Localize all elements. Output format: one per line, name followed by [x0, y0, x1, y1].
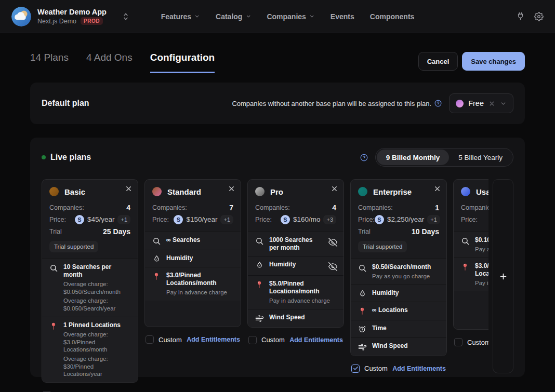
live-plans-panel: Live plans 9 Billed Monthly 5 Billed Yea… — [30, 138, 525, 377]
chevron-down-icon — [309, 13, 315, 19]
trial-value: 10 Days — [412, 227, 439, 236]
default-plan-select[interactable]: Free — [449, 93, 513, 113]
entitlement-row[interactable]: Humidity — [248, 256, 343, 275]
plans-scroll-area[interactable]: Basic Companies: 4 Price: S $45/year +1 — [42, 179, 488, 392]
close-icon[interactable] — [433, 185, 441, 193]
entitlement-row[interactable]: 10 Searches per month Overage charge: $0… — [42, 259, 138, 317]
entitlement-title: ∞ Searches — [166, 236, 234, 244]
pin-icon — [48, 321, 59, 378]
entitlement-title: 1 Pinned Locations — [63, 321, 131, 329]
chevron-down-icon — [194, 13, 200, 19]
nav-item-events[interactable]: Events — [331, 12, 354, 21]
entitlement-row[interactable]: ∞ Locations — [351, 302, 446, 320]
app-brand: Weather Demo App Next.js Demo PROD — [11, 7, 129, 26]
plug-icon[interactable] — [516, 12, 525, 21]
gear-icon[interactable] — [534, 12, 544, 21]
companies-value: 4 — [126, 204, 130, 212]
environment-badge: PROD — [81, 17, 103, 25]
entitlement-row[interactable]: $3.0/Pinned Locations/month Pay in advan… — [454, 258, 488, 291]
save-changes-button[interactable]: Save changes — [462, 52, 525, 71]
default-plan-title: Default plan — [42, 99, 89, 108]
close-icon[interactable] — [125, 185, 133, 193]
entitlement-row[interactable]: Humidity — [145, 250, 241, 267]
nav-item-features[interactable]: Features — [161, 12, 200, 21]
stripe-icon: S — [75, 215, 84, 224]
add-entitlements-link[interactable]: Add Entitlements — [392, 365, 446, 372]
entitlement-title: $3.0/Pinned Locations/month — [166, 272, 234, 287]
top-bar: Weather Demo App Next.js Demo PROD Featu… — [0, 0, 555, 33]
billed-yearly-segment[interactable]: 5 Billed Yearly — [449, 150, 512, 165]
add-plan-button[interactable] — [493, 179, 513, 373]
wind-icon — [357, 342, 367, 352]
entitlement-detail: Overage charge: $0.050/Search/year — [63, 297, 131, 312]
nav-item-catalog[interactable]: Catalog — [216, 12, 251, 21]
entitlement-detail: Pay in advance charge — [475, 279, 488, 287]
config-tabs: 14 Plans 4 Add Ons Configuration — [30, 52, 215, 73]
entitlement-row[interactable]: ∞ Searches — [145, 232, 241, 250]
pin-icon — [254, 280, 265, 305]
entitlement-row[interactable]: Wind Speed — [351, 337, 446, 356]
plan-color-dot — [255, 187, 265, 196]
question-circle-icon[interactable] — [434, 100, 442, 107]
entitlement-title: $3.0/Pinned Locations/month — [475, 262, 488, 278]
entitlement-row[interactable]: $5.0/Pinned Locations/month Pay in advan… — [248, 275, 343, 309]
tab-plans[interactable]: 14 Plans — [30, 52, 69, 73]
custom-checkbox[interactable] — [351, 364, 360, 373]
custom-label: Custom — [467, 339, 488, 346]
close-icon[interactable] — [228, 185, 235, 193]
companies-value: 1 — [435, 204, 439, 212]
plan-card-standard: Standard Companies: 7 Price: S $150/year… — [144, 179, 241, 327]
nav-item-companies[interactable]: Companies — [267, 12, 314, 21]
entitlement-detail: Pay in advance charge — [269, 297, 337, 305]
app-switcher-icon[interactable] — [122, 12, 129, 21]
clock-icon — [357, 325, 367, 333]
nav-item-components[interactable]: Components — [370, 12, 415, 21]
close-icon[interactable] — [331, 185, 338, 193]
price-row: Price: S — [461, 213, 488, 225]
app-subtitle: Next.js Demo — [37, 18, 76, 25]
add-entitlements-link[interactable]: Add Entitlements — [187, 336, 240, 343]
entitlement-detail: Overage charge: $30/Pinned Locations/yea… — [63, 355, 131, 378]
pin-icon — [151, 272, 162, 296]
billing-toggle: 9 Billed Monthly 5 Billed Yearly — [375, 148, 513, 167]
companies-label: Companies: — [152, 204, 187, 211]
plan-name: Standard — [167, 187, 201, 196]
humidity-icon — [254, 261, 265, 271]
entitlement-row[interactable]: Time — [351, 320, 446, 337]
plan-name: Enterprise — [373, 187, 412, 196]
nav-label: Components — [370, 12, 415, 21]
pin-icon — [357, 306, 367, 316]
tab-add-ons[interactable]: 4 Add Ons — [86, 52, 133, 73]
price-row: Price: S $2,250/year +1 — [358, 213, 439, 225]
entitlement-title: Humidity — [372, 289, 440, 297]
entitlement-row[interactable]: Wind Speed — [248, 309, 343, 327]
price-value: $150/year — [186, 215, 217, 223]
plan-column-pro: Pro Companies: 4 Price: S $160/mo +3 — [247, 179, 344, 392]
entitlement-row[interactable]: Humidity — [351, 285, 446, 302]
entitlement-row[interactable]: $0.10/Search Pay as you go charge — [454, 232, 488, 258]
billed-monthly-segment[interactable]: 9 Billed Monthly — [377, 150, 450, 165]
entitlement-row[interactable]: 1000 Searches per month — [248, 232, 343, 256]
entitlement-row[interactable]: $3.0/Pinned Locations/month Pay in advan… — [145, 267, 241, 301]
question-circle-icon[interactable] — [360, 154, 368, 161]
add-entitlements-link[interactable]: Add Entitlements — [289, 336, 343, 344]
entitlement-row[interactable]: 1 Pinned Locations Overage charge: $3.0/… — [42, 317, 138, 382]
plan-color-dot — [461, 187, 470, 196]
plan-column-standard: Standard Companies: 7 Price: S $150/year… — [144, 179, 241, 392]
entitlement-title: $5.0/Pinned Locations/month — [269, 280, 337, 295]
price-label: Price: — [255, 216, 272, 223]
tab-configuration[interactable]: Configuration — [150, 52, 215, 73]
custom-label: Custom — [261, 336, 285, 344]
custom-checkbox[interactable] — [146, 335, 154, 344]
companies-row: Companies: 4 — [255, 201, 336, 213]
custom-checkbox[interactable] — [454, 338, 462, 346]
price-value: $2,250/year — [387, 215, 424, 223]
custom-checkbox[interactable] — [248, 336, 257, 344]
entitlement-row[interactable]: $0.50/Search/month Pay as you go charge — [351, 259, 446, 285]
plan-card-usage: Usage Companies: Price: S — [453, 179, 488, 330]
plan-column-basic: Basic Companies: 4 Price: S $45/year +1 — [42, 179, 138, 392]
entitlement-detail: Overage charge: $3.0/Pinned Locations/mo… — [63, 331, 131, 354]
clear-selection-icon[interactable] — [488, 100, 495, 107]
entitlement-detail: Pay as you go charge — [475, 246, 488, 253]
cancel-button[interactable]: Cancel — [418, 52, 458, 71]
